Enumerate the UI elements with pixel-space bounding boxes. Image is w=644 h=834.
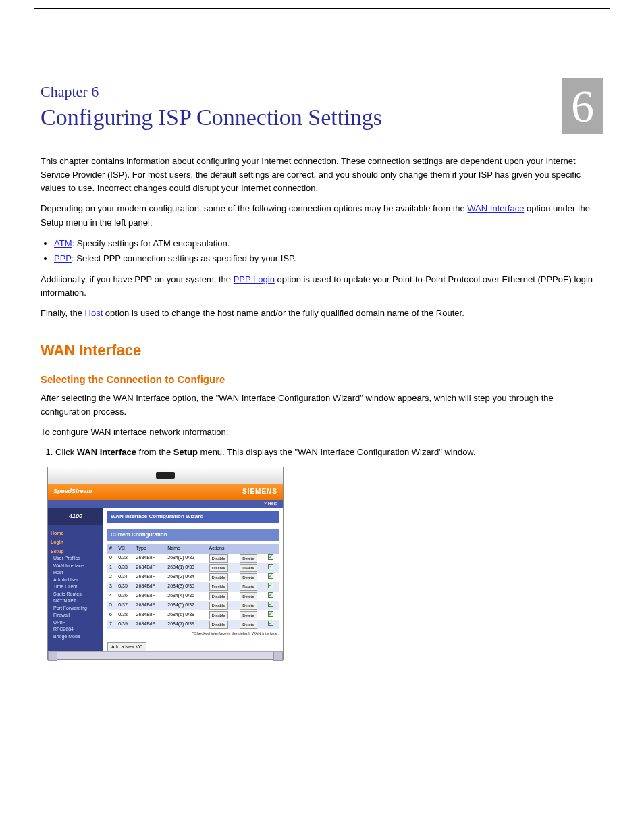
nav-sub-item[interactable]: NAT/NAPT (53, 598, 101, 605)
nav-sub-item[interactable]: Time Client (53, 583, 101, 591)
nav-sub-item[interactable]: Port Forwarding (53, 605, 101, 613)
cell-num: 2 (107, 573, 116, 582)
cell-checkbox (266, 563, 279, 573)
cell-checkbox (266, 554, 279, 563)
atm-link[interactable]: ATM (54, 238, 72, 249)
cell-action-delete: Delete (238, 573, 266, 582)
page-content: Chapter 6 Configuring ISP Connection Set… (0, 43, 644, 834)
default-checkbox[interactable] (268, 573, 273, 579)
col-blank (238, 544, 266, 554)
cell-action-disable: Disable (207, 592, 238, 601)
delete-button[interactable]: Delete (240, 573, 257, 581)
delete-button[interactable]: Delete (240, 592, 257, 600)
horizontal-scrollbar[interactable] (48, 651, 283, 659)
wan-interface-link[interactable]: WAN Interface (467, 203, 524, 213)
nav-sub-item[interactable]: RFC2684 (53, 626, 101, 633)
default-checkbox[interactable] (268, 621, 273, 626)
cell-vc: 0/35 (116, 582, 134, 592)
cell-action-delete: Delete (238, 554, 266, 563)
cell-action-delete: Delete (238, 601, 266, 610)
cell-checkbox (266, 620, 279, 629)
nav-login[interactable]: Login (51, 539, 101, 546)
disable-button[interactable]: Disable (209, 592, 228, 600)
delete-button[interactable]: Delete (240, 611, 257, 619)
sidebar-nav: Home Login Setup User Profiles WAN Inter… (48, 525, 103, 644)
nav-sub-item[interactable]: WAN Interface (53, 563, 101, 570)
delete-button[interactable]: Delete (240, 621, 257, 629)
disable-button[interactable]: Disable (209, 602, 228, 610)
nav-setup[interactable]: Setup (51, 548, 101, 556)
col-actions: Actions (207, 544, 238, 554)
cell-type: 2684B/IP (134, 610, 166, 620)
default-checkbox[interactable] (268, 583, 273, 588)
disable-button[interactable]: Disable (209, 611, 228, 619)
default-checkbox[interactable] (268, 592, 273, 598)
cell-type: 2684B/IP (134, 573, 166, 582)
cell-action-disable: Disable (207, 610, 238, 620)
default-checkbox[interactable] (268, 611, 273, 617)
nav-sub-item[interactable]: Host (53, 569, 101, 577)
table-row: 70/392684B/IP2684(7) 0/39DisableDelete (107, 620, 279, 629)
delete-button[interactable]: Delete (240, 602, 257, 610)
disable-button[interactable]: Disable (209, 564, 228, 572)
cell-name: 2684(5) 0/37 (165, 601, 207, 610)
disable-button[interactable]: Disable (209, 583, 228, 591)
host-link[interactable]: Host (85, 308, 103, 318)
cell-checkbox (266, 592, 279, 601)
ppp-link[interactable]: PPP (54, 253, 72, 263)
default-checkbox[interactable] (268, 564, 273, 569)
brand-label: SpeedStream (53, 487, 92, 496)
help-link[interactable]: ? Help (264, 501, 277, 506)
cell-num: 7 (107, 620, 116, 629)
device-thumbnail (48, 467, 283, 484)
ppp-login-link[interactable]: PPP Login (234, 274, 275, 284)
cell-num: 4 (107, 592, 116, 601)
disable-button[interactable]: Disable (209, 554, 228, 563)
default-checkbox[interactable] (268, 554, 273, 560)
nav-sub-item[interactable]: UPnP (53, 619, 101, 627)
delete-button[interactable]: Delete (240, 554, 257, 563)
nav-sub-item[interactable]: Bridge Mode (53, 633, 101, 641)
vc-table: # VC Type Name Actions 00/322684B/IP2684… (107, 544, 279, 629)
table-row: 30/352684B/IP2684(3) 0/35DisableDelete (107, 582, 279, 592)
disable-button[interactable]: Disable (209, 573, 228, 581)
cell-checkbox (266, 582, 279, 592)
cell-num: 3 (107, 582, 116, 592)
chapter-number-badge: 6 (562, 78, 603, 134)
delete-button[interactable]: Delete (240, 564, 257, 572)
cell-type: 2684B/IP (134, 563, 166, 573)
col-chk (266, 544, 279, 554)
cell-action-disable: Disable (207, 573, 238, 582)
paragraph-host: Finally, the Host option is used to chan… (41, 307, 603, 320)
nav-sub-item[interactable]: Admin User (53, 577, 101, 584)
model-label: 4100 (48, 508, 103, 525)
cell-action-disable: Disable (207, 563, 238, 573)
nav-sub-item[interactable]: Firewall (53, 612, 101, 619)
delete-button[interactable]: Delete (240, 583, 257, 591)
bullet-ppp: PPP: Select PPP connection settings as s… (54, 251, 603, 266)
cell-type: 2684B/IP (134, 554, 166, 563)
add-new-vc-button[interactable]: Add a New VC (107, 642, 146, 651)
nav-sub-item[interactable]: Static Routes (53, 591, 101, 598)
cell-action-delete: Delete (238, 610, 266, 620)
cell-name: 2684(0) 0/32 (165, 554, 207, 563)
disable-button[interactable]: Disable (209, 621, 228, 629)
cell-checkbox (266, 601, 279, 610)
section-subheading: Selecting the Connection to Configure (41, 371, 603, 387)
nav-sub-item[interactable]: User Profiles (53, 555, 101, 563)
body-text: This chapter contains information about … (41, 155, 603, 660)
cell-type: 2684B/IP (134, 582, 166, 592)
default-checkbox[interactable] (268, 602, 273, 607)
cell-num: 5 (107, 601, 116, 610)
cell-vc: 0/38 (116, 610, 134, 620)
cell-vc: 0/32 (116, 554, 134, 563)
table-row: 20/342684B/IP2684(2) 0/34DisableDelete (107, 573, 279, 582)
cell-type: 2684B/IP (134, 592, 166, 601)
table-row: 00/322684B/IP2684(0) 0/32DisableDelete (107, 554, 279, 563)
nav-home[interactable]: Home (51, 530, 101, 538)
paragraph-ppp-login: Additionally, if you have PPP on your sy… (41, 273, 603, 300)
step-1: Click WAN Interface from the Setup menu.… (55, 446, 603, 460)
cell-name: 2684(2) 0/34 (165, 573, 207, 582)
table-row: 40/362684B/IP2684(4) 0/36DisableDelete (107, 592, 279, 601)
help-bar: ? Help (48, 500, 283, 508)
